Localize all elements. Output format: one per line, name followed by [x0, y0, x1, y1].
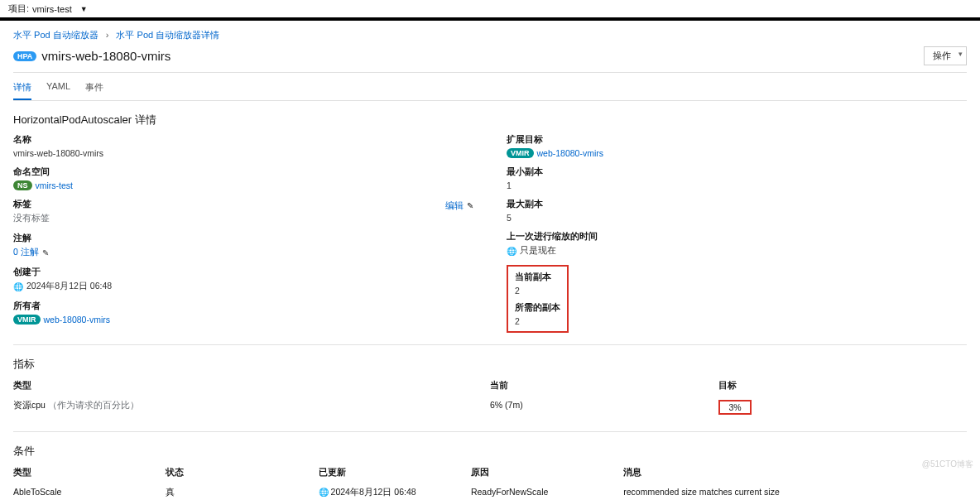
cond-status: 真 — [166, 487, 318, 498]
metrics-note: （作为请求的百分比） — [48, 400, 139, 410]
tab-yaml[interactable]: YAML — [46, 81, 70, 100]
value-desired-replicas: 2 — [515, 316, 560, 326]
topbar: 项目: vmirs-test ▼ — [0, 0, 980, 18]
metrics-head-target: 目标 — [718, 380, 967, 392]
value-annotations[interactable]: 0 注解 — [13, 247, 39, 258]
label-labels: 标签 — [13, 199, 31, 210]
section-title-details: HorizontalPodAutoscaler 详情 — [13, 101, 967, 134]
value-name: vmirs-web-18080-vmirs — [13, 148, 473, 158]
label-current-replicas: 当前副本 — [515, 272, 560, 283]
cond-head-updated: 已更新 — [319, 467, 471, 478]
condition-row: AbleToScale真🌐 2024年8月12日 06:48ReadyForNe… — [13, 482, 967, 500]
pencil-icon[interactable]: ✎ — [467, 201, 473, 210]
vmir-badge: VMIR — [507, 148, 534, 158]
label-namespace: 命名空间 — [13, 166, 473, 178]
hpa-badge: HPA — [13, 51, 36, 61]
label-max-replicas: 最大副本 — [507, 199, 967, 210]
value-owner[interactable]: web-18080-vmirs — [44, 315, 111, 325]
label-desired-replicas: 所需的副本 — [515, 302, 560, 314]
globe-icon: 🌐 — [13, 282, 23, 291]
label-min-replicas: 最小副本 — [507, 166, 967, 178]
tab-details[interactable]: 详情 — [13, 81, 31, 100]
chevron-down-icon[interactable]: ▼ — [80, 5, 88, 13]
cond-type: AbleToScale — [13, 487, 166, 498]
cond-updated: 🌐 2024年8月12日 06:48 — [319, 487, 471, 498]
cond-head-type: 类型 — [13, 467, 166, 478]
pencil-icon[interactable]: ✎ — [42, 248, 49, 257]
cond-head-reason: 原因 — [471, 467, 623, 478]
metrics-type: 资源cpu — [13, 400, 46, 410]
label-last-scale: 上一次进行缩放的时间 — [507, 231, 967, 243]
globe-icon: 🌐 — [319, 488, 329, 497]
tabs: 详情 YAML 事件 — [13, 73, 967, 101]
metrics-current: 6% (7m) — [490, 400, 718, 415]
metrics-head-type: 类型 — [13, 380, 490, 392]
metrics-head-current: 当前 — [490, 380, 718, 392]
tab-events[interactable]: 事件 — [85, 81, 103, 100]
breadcrumb-current: 水平 Pod 自动缩放器详情 — [116, 30, 219, 40]
project-label: 项目: — [8, 2, 29, 15]
value-max-replicas: 5 — [507, 213, 967, 223]
section-title-conditions: 条件 — [13, 432, 967, 464]
globe-icon: 🌐 — [507, 247, 516, 256]
label-name: 名称 — [13, 134, 473, 146]
replicas-highlight-box: 当前副本 2 所需的副本 2 — [507, 265, 569, 333]
metrics-target: 3% — [718, 400, 751, 415]
label-created: 创建于 — [13, 267, 473, 278]
cond-head-status: 状态 — [166, 467, 318, 478]
value-min-replicas: 1 — [507, 180, 967, 190]
value-current-replicas: 2 — [515, 286, 560, 296]
project-value[interactable]: vmirs-test — [32, 4, 72, 14]
value-created: 2024年8月12日 06:48 — [26, 281, 112, 292]
cond-head-message: 消息 — [623, 467, 967, 478]
cond-reason: ReadyForNewScale — [471, 487, 623, 498]
page-title: vmirs-web-18080-vmirs — [41, 49, 171, 63]
label-annotations: 注解 — [13, 233, 473, 244]
value-last-scale: 只是现在 — [520, 245, 556, 257]
value-labels: 没有标签 — [13, 213, 473, 224]
cond-message: recommended size matches current size — [623, 487, 967, 498]
value-scale-target[interactable]: web-18080-vmirs — [537, 148, 604, 158]
watermark: @51CTO博客 — [922, 459, 973, 470]
section-title-metrics: 指标 — [13, 345, 967, 377]
label-owner: 所有者 — [13, 300, 473, 312]
actions-dropdown[interactable]: 操作 — [924, 46, 967, 65]
value-namespace[interactable]: vmirs-test — [36, 180, 74, 190]
edit-labels[interactable]: 编辑 — [445, 200, 464, 212]
label-scale-target: 扩展目标 — [507, 134, 967, 146]
chevron-right-icon: › — [106, 30, 109, 40]
ns-badge: NS — [13, 180, 32, 190]
breadcrumb-parent[interactable]: 水平 Pod 自动缩放器 — [13, 30, 98, 40]
breadcrumb: 水平 Pod 自动缩放器 › 水平 Pod 自动缩放器详情 — [13, 21, 967, 46]
vmir-badge: VMIR — [13, 315, 41, 325]
